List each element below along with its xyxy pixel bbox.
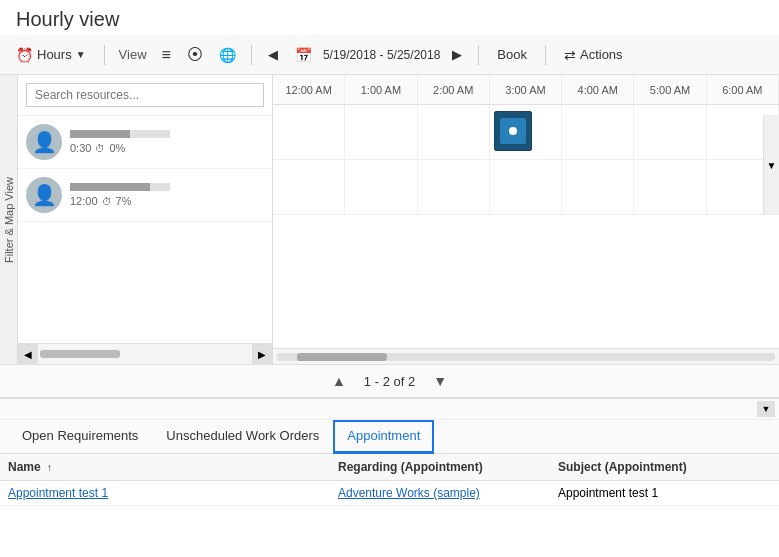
tab-label: Unscheduled Work Orders: [166, 428, 319, 443]
time-cell-3: 3:00 AM: [490, 75, 562, 104]
tab-unscheduled-work-orders[interactable]: Unscheduled Work Orders: [152, 420, 333, 454]
time-cell-0: 12:00 AM: [273, 75, 345, 104]
time-cell-2: 2:00 AM: [418, 75, 490, 104]
next-icon: ▶: [452, 47, 462, 62]
resource-bar-container: [70, 183, 170, 191]
tab-appointment[interactable]: Appointment: [333, 420, 434, 454]
time-cell-5: 5:00 AM: [634, 75, 706, 104]
resource-list: 👤 0:30 ⏱ 0%: [18, 116, 272, 343]
time-cell-6: 6:00 AM: [707, 75, 779, 104]
avatar-icon: 👤: [32, 130, 57, 154]
resource-info: 12:00 ⏱ 7%: [70, 183, 264, 207]
resource-bar: [70, 183, 150, 191]
calendar-cell: [418, 160, 490, 214]
book-button[interactable]: Book: [489, 44, 535, 65]
cell-name: Appointment test 1: [8, 486, 338, 500]
scroll-down-button[interactable]: ▼: [763, 115, 779, 215]
tabs-row: Open Requirements Unscheduled Work Order…: [0, 420, 779, 454]
calendar-cell: [634, 160, 706, 214]
calendar-cell: [490, 160, 562, 214]
toolbar: ⏰ Hours ▼ View ≡ ⦿ 🌐 ◀ 📅: [0, 35, 779, 75]
pagination-text: 1 - 2 of 2: [364, 374, 415, 389]
calendar-scrollbar-track[interactable]: [277, 353, 775, 361]
app-container: Hourly view ⏰ Hours ▼ View ≡ ⦿ 🌐: [0, 0, 779, 557]
cell-subject: Appointment test 1: [558, 486, 771, 500]
resource-meta: 0:30 ⏱ 0%: [70, 142, 264, 154]
tab-label: Appointment: [347, 428, 420, 443]
view-label: View: [115, 47, 151, 62]
pagination-next-button[interactable]: ▼: [427, 371, 453, 391]
actions-button[interactable]: ⇄ Actions: [556, 44, 631, 66]
table-row: Appointment test 1 Adventure Works (samp…: [0, 481, 779, 506]
filter-map-sidebar[interactable]: Filter & Map View: [0, 75, 18, 364]
time-header: 12:00 AM 1:00 AM 2:00 AM 3:00 AM 4:00 AM…: [273, 75, 779, 105]
regarding-link[interactable]: Adventure Works (sample): [338, 486, 480, 500]
next-date-button[interactable]: ▶: [446, 44, 468, 65]
col-header-subject: Subject (Appointment): [558, 460, 771, 474]
clock-icon-small: ⏱: [102, 196, 112, 207]
calendar-icon: 📅: [295, 47, 312, 63]
resource-panel: 👤 0:30 ⏱ 0%: [18, 75, 273, 364]
calendar-area: 12:00 AM 1:00 AM 2:00 AM 3:00 AM 4:00 AM…: [273, 75, 779, 364]
appointment-name-link[interactable]: Appointment test 1: [8, 486, 108, 500]
actions-label: Actions: [580, 47, 623, 62]
search-container: [18, 75, 272, 116]
list-item: 👤 0:30 ⏱ 0%: [18, 116, 272, 169]
cell-regarding: Adventure Works (sample): [338, 486, 558, 500]
top-section: ⏰ Hours ▼ View ≡ ⦿ 🌐 ◀ 📅: [0, 35, 779, 397]
pagination-prev-button[interactable]: ▲: [326, 371, 352, 391]
bottom-section: ▼ Open Requirements Unscheduled Work Ord…: [0, 397, 779, 557]
date-range: 5/19/2018 - 5/25/2018: [323, 48, 440, 62]
tab-open-requirements[interactable]: Open Requirements: [8, 420, 152, 454]
prev-icon: ◀: [268, 47, 278, 62]
calendar-cell: [562, 105, 634, 159]
separator-3: [478, 45, 479, 65]
list-view-icon: ≡: [162, 46, 171, 64]
globe-icon: 🌐: [219, 47, 236, 63]
resource-percent: 0%: [109, 142, 125, 154]
prev-date-button[interactable]: ◀: [262, 44, 284, 65]
resource-bar: [70, 130, 130, 138]
scrollbar-thumb: [40, 350, 120, 358]
calendar-cell: [634, 105, 706, 159]
resource-bar-container: [70, 130, 170, 138]
sort-icon: ↑: [47, 462, 52, 473]
separator-4: [545, 45, 546, 65]
calendar-button[interactable]: 📅: [290, 44, 317, 66]
transfer-icon: ⇄: [564, 47, 576, 63]
scroll-right-button[interactable]: ▶: [252, 344, 272, 364]
time-cell-4: 4:00 AM: [562, 75, 634, 104]
resource-meta: 12:00 ⏱ 7%: [70, 195, 264, 207]
separator-1: [104, 45, 105, 65]
hours-label: Hours: [37, 47, 72, 62]
hours-button[interactable]: ⏰ Hours ▼: [8, 44, 94, 66]
list-view-button[interactable]: ≡: [157, 43, 176, 67]
scroll-left-button[interactable]: ◀: [18, 344, 38, 364]
resource-time: 0:30: [70, 142, 91, 154]
appointment-inner: [500, 118, 526, 144]
page-title: Hourly view: [0, 0, 779, 35]
time-cell-1: 1:00 AM: [345, 75, 417, 104]
resource-percent: 7%: [116, 195, 132, 207]
horizontal-scrollbar[interactable]: [40, 348, 250, 360]
calendar-cell: [273, 105, 345, 159]
resource-time: 12:00: [70, 195, 98, 207]
clock-icon-small: ⏱: [95, 143, 105, 154]
globe-view-button[interactable]: 🌐: [214, 44, 241, 66]
calendar-rows: [273, 105, 779, 348]
filter-sidebar-label: Filter & Map View: [3, 177, 15, 263]
column-view-button[interactable]: ⦿: [182, 43, 208, 67]
main-content: Filter & Map View 👤: [0, 75, 779, 364]
calendar-cell: [345, 105, 417, 159]
avatar: 👤: [26, 177, 62, 213]
search-input[interactable]: [26, 83, 264, 107]
calendar-cell: [345, 160, 417, 214]
avatar: 👤: [26, 124, 62, 160]
scroll-indicator-button[interactable]: ▼: [757, 401, 775, 417]
appointment-block[interactable]: [494, 111, 532, 151]
calendar-scrollbar-thumb: [297, 353, 387, 361]
clock-icon: ⏰: [16, 47, 33, 63]
hours-dropdown-arrow: ▼: [76, 49, 86, 60]
col-header-name: Name ↑: [8, 460, 338, 474]
calendar-row: [273, 160, 779, 215]
